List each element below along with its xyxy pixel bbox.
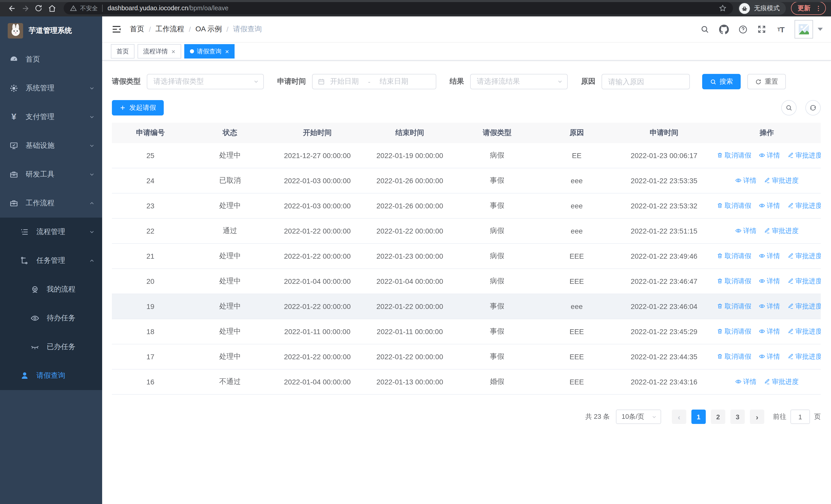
page-size-select[interactable]: 10条/页: [616, 410, 661, 424]
cell-leave-type: 婚假: [456, 369, 538, 394]
cancel-leave-link[interactable]: 取消请假: [717, 251, 751, 261]
cell-leave-type: 事假: [456, 168, 538, 193]
result-select[interactable]: 请选择流结果: [470, 74, 568, 89]
fullscreen-icon[interactable]: [756, 24, 767, 34]
chevron-down-icon[interactable]: [818, 28, 823, 31]
font-size-icon[interactable]: TT: [776, 24, 786, 34]
breadcrumb-item[interactable]: 工作流程: [155, 25, 184, 34]
detail-link[interactable]: 详情: [735, 226, 756, 236]
avatar[interactable]: [795, 20, 813, 38]
detail-link[interactable]: 详情: [758, 201, 780, 210]
sidebar-item-leave-query[interactable]: 请假查询: [0, 361, 102, 390]
start-date-placeholder[interactable]: 开始日期: [330, 77, 359, 86]
table-row[interactable]: 21处理中2022-01-22 00:00:002022-01-23 00:00…: [112, 243, 821, 269]
security-warning-icon[interactable]: [70, 5, 77, 12]
progress-link[interactable]: 审批进度: [787, 327, 821, 336]
detail-link[interactable]: 详情: [758, 277, 780, 286]
cell-apply-time: 2022-01-22 23:46:47: [615, 269, 713, 294]
cancel-leave-link[interactable]: 取消请假: [717, 352, 751, 361]
sidebar-item-my-process[interactable]: 我的流程: [0, 275, 102, 304]
table-row[interactable]: 25处理中2021-12-27 00:00:002022-01-19 00:00…: [112, 143, 821, 168]
progress-link[interactable]: 审批进度: [764, 176, 799, 185]
address-bar[interactable]: 不安全 dashboard.yudao.iocoder.cn/bpm/oa/le…: [64, 2, 733, 14]
apply-time-range-picker[interactable]: 开始日期 - 结束日期: [312, 74, 436, 89]
next-page-button[interactable]: ›: [750, 410, 764, 424]
progress-link[interactable]: 审批进度: [787, 151, 821, 160]
page-button-3[interactable]: 3: [730, 410, 745, 424]
progress-link[interactable]: 审批进度: [764, 377, 799, 386]
cell-reason: eee: [538, 168, 615, 193]
table-row[interactable]: 20处理中2022-01-04 00:00:002022-01-04 00:00…: [112, 269, 821, 294]
tab-leave-query[interactable]: 请假查询 ×: [184, 44, 235, 59]
table-row[interactable]: 18处理中2022-01-11 00:00:002022-01-11 00:00…: [112, 319, 821, 344]
progress-link[interactable]: 审批进度: [787, 302, 821, 311]
forward-icon[interactable]: [19, 2, 32, 15]
table-row[interactable]: 23处理中2022-01-03 00:00:002022-01-26 00:00…: [112, 193, 821, 218]
sidebar-item-todo-tasks[interactable]: 待办任务: [0, 304, 102, 333]
sidebar-collapse-icon[interactable]: [111, 24, 122, 34]
cancel-leave-link[interactable]: 取消请假: [717, 201, 751, 210]
tab-home[interactable]: 首页: [111, 44, 135, 59]
breadcrumb-item[interactable]: OA 示例: [196, 25, 222, 34]
home-icon[interactable]: [45, 2, 58, 15]
page-button-1[interactable]: 1: [691, 410, 706, 424]
sidebar-item-devtools[interactable]: 研发工具: [0, 160, 102, 189]
detail-link[interactable]: 详情: [758, 302, 780, 311]
detail-link[interactable]: 详情: [758, 251, 780, 261]
leave-type-select[interactable]: 请选择请假类型: [147, 74, 264, 89]
table-row[interactable]: 16不通过2022-01-04 00:00:002022-01-13 00:00…: [112, 369, 821, 394]
progress-link[interactable]: 审批进度: [787, 251, 821, 261]
search-icon[interactable]: [699, 24, 710, 34]
filter-form: 请假类型 请选择请假类型 申请时间 开始日期 - 结束日期 结果: [112, 74, 821, 89]
sidebar-item-system[interactable]: 系统管理: [0, 74, 102, 102]
reload-icon[interactable]: [32, 2, 45, 15]
table-row[interactable]: 22通过2022-01-22 00:00:002022-01-22 00:00:…: [112, 218, 821, 243]
detail-link[interactable]: 详情: [758, 352, 780, 361]
page-button-2[interactable]: 2: [711, 410, 725, 424]
chevron-down-icon: [89, 114, 95, 120]
sidebar-item-process-mgmt[interactable]: 流程管理: [0, 217, 102, 246]
progress-link[interactable]: 审批进度: [787, 201, 821, 210]
back-icon[interactable]: [5, 2, 19, 15]
table-row[interactable]: 17处理中2022-01-22 00:00:002022-01-22 00:00…: [112, 344, 821, 369]
end-date-placeholder[interactable]: 结束日期: [379, 77, 408, 86]
cancel-leave-link[interactable]: 取消请假: [717, 327, 751, 336]
cancel-leave-link[interactable]: 取消请假: [717, 302, 751, 311]
github-icon[interactable]: [719, 24, 729, 34]
reason-input[interactable]: [602, 74, 690, 89]
bookmark-star-icon[interactable]: [719, 4, 727, 12]
refresh-table-button[interactable]: [805, 100, 821, 116]
close-icon[interactable]: ×: [225, 48, 229, 55]
table-row[interactable]: 19处理中2022-01-22 00:00:002022-01-22 00:00…: [112, 294, 821, 319]
help-icon[interactable]: [738, 24, 748, 34]
update-button[interactable]: 更新: [791, 2, 826, 15]
create-leave-button[interactable]: 发起请假: [112, 100, 164, 116]
sidebar-item-task-mgmt[interactable]: 任务管理: [0, 246, 102, 275]
detail-link[interactable]: 详情: [758, 327, 780, 336]
app-logo[interactable]: 芋道管理系统: [0, 17, 102, 45]
detail-link[interactable]: 详情: [735, 377, 756, 386]
progress-link[interactable]: 审批进度: [787, 277, 821, 286]
detail-link[interactable]: 详情: [758, 151, 780, 160]
sidebar-item-pay[interactable]: ¥ 支付管理: [0, 102, 102, 131]
show-search-button[interactable]: [781, 100, 797, 116]
reset-button[interactable]: 重置: [747, 74, 786, 89]
search-button[interactable]: 搜索: [702, 74, 741, 89]
tab-process-detail[interactable]: 流程详情 ×: [138, 44, 181, 59]
goto-page-input[interactable]: [791, 410, 810, 424]
browser-menu-dots-icon[interactable]: [814, 4, 822, 12]
sidebar-item-label: 流程管理: [36, 227, 65, 237]
close-icon[interactable]: ×: [171, 48, 175, 55]
progress-link[interactable]: 审批进度: [787, 352, 821, 361]
sidebar-item-home[interactable]: 首页: [0, 45, 102, 74]
progress-link[interactable]: 审批进度: [764, 226, 799, 236]
prev-page-button[interactable]: ‹: [672, 410, 686, 424]
sidebar-item-done-tasks[interactable]: 已办任务: [0, 333, 102, 361]
cancel-leave-link[interactable]: 取消请假: [717, 277, 751, 286]
sidebar-item-infra[interactable]: 基础设施: [0, 131, 102, 160]
table-row[interactable]: 24已取消2022-01-03 00:00:002022-01-26 00:00…: [112, 168, 821, 193]
cancel-leave-link[interactable]: 取消请假: [717, 151, 751, 160]
detail-link[interactable]: 详情: [735, 176, 756, 185]
sidebar-item-workflow[interactable]: 工作流程: [0, 189, 102, 217]
breadcrumb-item[interactable]: 首页: [130, 25, 144, 34]
